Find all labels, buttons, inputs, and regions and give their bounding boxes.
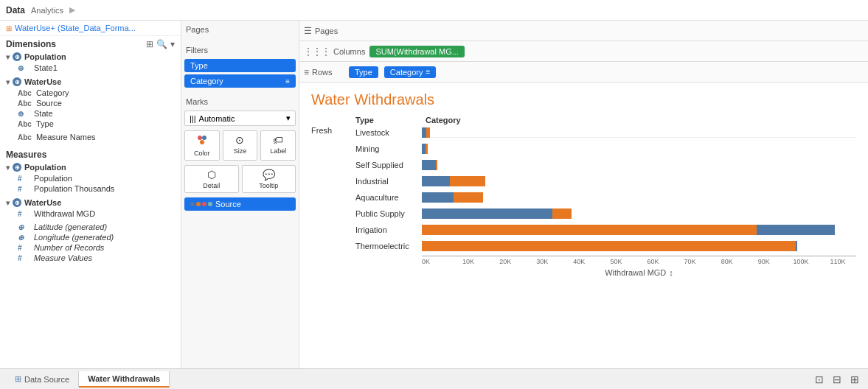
dot-red (202, 202, 206, 206)
expand-icon[interactable]: ▾ (170, 39, 175, 49)
wateruse-group-label[interactable]: ▾ ⊕ WaterUse (0, 76, 181, 88)
data-tab[interactable]: Data (6, 5, 25, 15)
aquaculture-bar-blue (422, 192, 454, 203)
chart-body: Type Category Fresh Livesto (311, 116, 856, 277)
columns-shelf-label: ⋮⋮⋮ Columns (304, 46, 365, 57)
aquaculture-row: Aquaculture (355, 189, 856, 206)
category-item[interactable]: Abc Category (0, 88, 181, 98)
public-supply-row: Public Supply (355, 206, 856, 222)
category-rows-pill[interactable]: Category ≡ (384, 66, 436, 78)
x-tick-60k: 60K (634, 258, 671, 265)
label-icon: 🏷 (273, 134, 283, 146)
measures-title: Measures (6, 150, 46, 160)
measure-values-hash-icon: # (18, 254, 29, 262)
measure-names-item[interactable]: Abc Measure Names (0, 132, 181, 142)
size-button[interactable]: ⊙ Size (223, 130, 258, 161)
category-rows-icon: ≡ (426, 68, 431, 76)
water-withdrawals-tab[interactable]: Water Withdrawals (79, 371, 170, 388)
new-dashboard-icon[interactable]: ⊞ (847, 372, 862, 387)
population-item[interactable]: # Population (0, 173, 181, 183)
livestock-label: Livestock (355, 128, 422, 137)
rows-shelf: ≡ Rows Type Category ≡ (299, 62, 868, 83)
data-source-label: Data Source (24, 375, 69, 384)
population-thousands-item[interactable]: # Population Thousands (0, 183, 181, 194)
columns-text: Columns (333, 47, 365, 56)
dimensions-title: Dimensions (6, 39, 56, 49)
grid-icon[interactable]: ⊞ (146, 39, 153, 49)
datasource-label: WaterUse+ (State_Data_Forma... (15, 24, 136, 32)
population-group-label[interactable]: ▾ ⊕ Population (0, 51, 181, 63)
sum-withdrawal-pill[interactable]: SUM(Withdrawal MG... (369, 46, 464, 57)
pages-section: Pages (184, 24, 296, 38)
duplicate-sheet-icon[interactable]: ⊟ (830, 372, 844, 387)
wateruse-meas-group: ▾ ⊕ WaterUse # Withdrawal MGD (0, 197, 181, 222)
population-hash-icon: # (18, 175, 29, 183)
detail-button[interactable]: ⬡ Detail (184, 165, 239, 193)
population-meas-label: Population (24, 163, 66, 172)
population-meas-group-label[interactable]: ▾ ⊕ Population (0, 161, 181, 173)
measure-values-item[interactable]: # Measure Values (0, 253, 181, 263)
wateruse-meas-group-label[interactable]: ▾ ⊕ WaterUse (0, 197, 181, 208)
latitude-item[interactable]: ⊕ Latitude (generated) (0, 222, 181, 232)
measure-values-label: Measure Values (34, 253, 92, 262)
population-meas-group: ▾ ⊕ Population # Population # Population… (0, 161, 181, 197)
svg-point-0 (198, 136, 202, 140)
category-col-header: Category (426, 116, 492, 125)
chart-rows-container: Livestock Mining (355, 125, 856, 277)
svg-point-1 (202, 136, 206, 140)
longitude-item[interactable]: ⊕ Longitude (generated) (0, 232, 181, 242)
new-sheet-icon[interactable]: ⊡ (812, 372, 827, 387)
x-tick-50k: 50K (597, 258, 634, 265)
datasource-icon: ⊞ (6, 24, 12, 32)
type-item[interactable]: Abc Type (0, 119, 181, 129)
bar-chart-icon: ||| (190, 114, 196, 123)
pages-shelf: ☰ Pages (299, 21, 868, 41)
type-filter-pill[interactable]: Type (184, 59, 296, 72)
type-rows-pill[interactable]: Type (349, 66, 378, 78)
population-meas-globe-icon: ⊕ (13, 163, 21, 172)
label-button[interactable]: 🏷 Label (260, 130, 296, 161)
columns-icon: ⋮⋮⋮ (304, 46, 330, 57)
wateruse-dim-label: WaterUse (24, 77, 61, 86)
tooltip-icon: 💬 (263, 169, 275, 181)
category-label: Category (36, 88, 69, 97)
fresh-label: Fresh (311, 126, 332, 135)
search-icon[interactable]: 🔍 (156, 39, 167, 49)
state1-item[interactable]: ⊕ State1 (0, 63, 181, 73)
datasource-row[interactable]: ⊞ WaterUse+ (State_Data_Forma... (0, 21, 181, 36)
wateruse-dim-group: ▾ ⊕ WaterUse Abc Category Abc Source ⊕ S… (0, 76, 181, 132)
withdrawal-mgd-item[interactable]: # Withdrawal MGD (0, 208, 181, 219)
longitude-label: Longitude (generated) (34, 233, 114, 242)
filters-label: Filters (184, 44, 296, 56)
state-item[interactable]: ⊕ State (0, 108, 181, 119)
color-button[interactable]: Color (184, 130, 220, 161)
longitude-geo-icon: ⊕ (18, 234, 29, 242)
mining-label: Mining (355, 144, 422, 153)
source-dots (190, 202, 212, 206)
livestock-row: Livestock (355, 125, 856, 141)
wateruse-meas-globe-icon: ⊕ (13, 198, 21, 207)
category-filter-label: Category (190, 77, 223, 85)
wateruse-globe-icon: ⊕ (13, 77, 21, 86)
analytics-tab[interactable]: Analytics (31, 6, 63, 15)
source-pill[interactable]: Source (184, 197, 296, 211)
type-col-header: Type (355, 116, 426, 125)
marks-dropdown[interactable]: ||| Automatic ▾ (184, 111, 296, 126)
tooltip-button[interactable]: 💬 Tooltip (242, 165, 296, 193)
x-tick-90k: 90K (746, 258, 782, 265)
withdrawal-mgd-label: Withdrawal MGD (34, 209, 95, 218)
x-tick-20k: 20K (487, 258, 524, 265)
data-source-tab[interactable]: ⊞ Data Source (6, 371, 79, 387)
industrial-bar-area (422, 176, 856, 186)
num-records-item[interactable]: # Number of Records (0, 242, 181, 253)
pop-thousands-hash-icon: # (18, 185, 29, 193)
sort-icon[interactable]: ↕ (669, 268, 673, 277)
num-records-hash-icon: # (18, 244, 29, 252)
livestock-bar-area (422, 127, 856, 138)
category-filter-pill[interactable]: Category ≡ (184, 74, 296, 88)
state-globe-icon: ⊕ (18, 110, 29, 118)
source-item[interactable]: Abc Source (0, 98, 181, 108)
svg-point-2 (200, 140, 204, 144)
dimensions-icons: ⊞ 🔍 ▾ (146, 39, 175, 49)
aquaculture-label: Aquaculture (355, 193, 422, 202)
